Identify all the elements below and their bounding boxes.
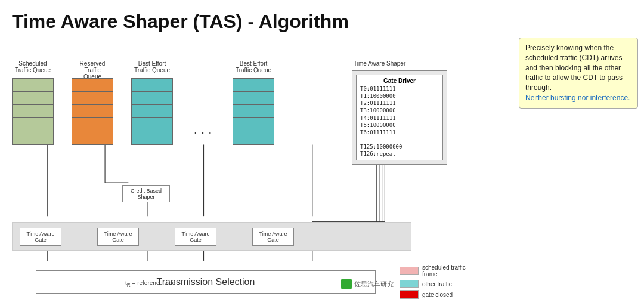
- legend-swatch-other: [400, 280, 419, 288]
- gate-entry-blank: [360, 136, 439, 143]
- tas-box: Gate Driver T0:01111111 T1:10000000 T2:0…: [352, 70, 447, 165]
- gate-1: Time AwareGate: [20, 228, 61, 246]
- queue-label-scheduled: ScheduledTraffic Queue: [12, 60, 54, 80]
- transmission-selection: Transmission Selection: [36, 270, 376, 294]
- legend-item-closed: gate closed: [400, 290, 466, 299]
- dots-spacer: [191, 60, 215, 80]
- queue-best-effort-1: [131, 78, 173, 145]
- wm-text: 佐思汽车研究: [354, 280, 394, 289]
- tooltip-highlight: Neither bursting nor interference.: [525, 94, 630, 102]
- gate-entry-125: T125:10000000: [360, 143, 439, 150]
- queue-reserved: [72, 78, 113, 145]
- gates-row: Time AwareGate Time AwareGate Time Aware…: [12, 222, 411, 251]
- dots-separator: . . .: [191, 90, 215, 169]
- gate-entry-5: T5:10000000: [360, 122, 439, 129]
- cbs-box: Credit Based Shaper: [122, 185, 170, 202]
- legend-label-scheduled: scheduled trafficframe: [422, 264, 466, 277]
- gate-4: Time AwareGate: [252, 228, 294, 246]
- legend-label-other: other traffic: [422, 281, 452, 287]
- ref-time-note: tR = reference time: [125, 280, 175, 288]
- legend-swatch-closed: [400, 290, 419, 299]
- wm-icon: [341, 279, 352, 289]
- gate-driver-title: Gate Driver: [360, 78, 439, 84]
- tooltip-text: Precisely knowing when the scheduled tra…: [525, 44, 623, 92]
- watermark: 佐思汽车研究: [341, 279, 394, 289]
- tooltip-box: Precisely knowing when the scheduled tra…: [519, 38, 638, 109]
- legend-item-scheduled: scheduled trafficframe: [400, 264, 466, 277]
- queue-scheduled: [12, 78, 54, 145]
- gate-entry-0: T0:01111111: [360, 85, 439, 92]
- gate-2: Time AwareGate: [97, 228, 139, 246]
- main-title: Time Aware Shaper (TAS) - Algorithm: [0, 0, 644, 38]
- gate-entry-1: T1:10000000: [360, 92, 439, 100]
- gate-entry-6: T6:01111111: [360, 129, 439, 136]
- gate-entry-4: T4:01111111: [360, 115, 439, 122]
- tas-section-label: Time Aware Shaper: [354, 60, 405, 67]
- queue-label-best-effort-2: Best EffortTraffic Queue: [233, 60, 274, 80]
- gate-3: Time AwareGate: [175, 228, 216, 246]
- queue-label-best-effort-1: Best EffortTraffic Queue: [131, 60, 173, 80]
- legend-item-other: other traffic: [400, 280, 466, 288]
- queue-best-effort-2: [233, 78, 274, 145]
- legend-label-closed: gate closed: [422, 292, 453, 298]
- queue-label-reserved: Reserved TrafficQueue: [72, 60, 113, 80]
- gate-entry-126: T126:repeat: [360, 150, 439, 157]
- legend-swatch-scheduled: [400, 267, 419, 275]
- gate-entry-2: T2:01111111: [360, 100, 439, 107]
- gate-entry-3: T3:10000000: [360, 107, 439, 114]
- gate-driver-box: Gate Driver T0:01111111 T1:10000000 T2:0…: [356, 75, 443, 160]
- legend-area: scheduled trafficframe other traffic gat…: [400, 264, 466, 299]
